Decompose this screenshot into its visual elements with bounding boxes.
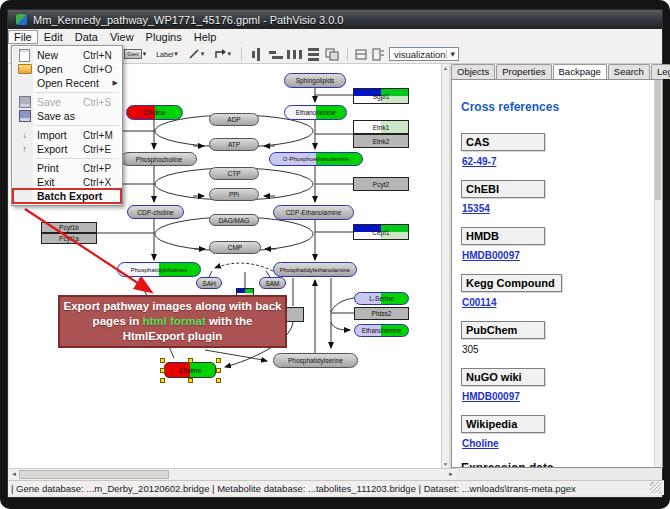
pathway-node-etnk1[interactable]: Etnk1 [353, 120, 409, 134]
align-center-icon[interactable] [249, 48, 264, 61]
backpage-panel: Cross references CAS 62-49-7 ChEBI 15354… [451, 79, 663, 468]
stack-icon[interactable] [325, 48, 340, 61]
scrollbar-thumb[interactable] [19, 470, 169, 479]
pathway-node-choline-selected[interactable]: Choline [164, 362, 216, 378]
pathway-node-ptdss2[interactable]: Ptdss2 [354, 307, 409, 320]
chevron-down-icon[interactable]: ▾ [201, 50, 205, 58]
chevron-down-icon[interactable]: ▾ [174, 50, 178, 58]
tab-search[interactable]: Search [608, 64, 650, 79]
xref-link[interactable]: Choline [462, 438, 652, 449]
tab-legend[interactable]: Legend [651, 64, 670, 79]
pathway-node-ppi[interactable]: PPi [209, 188, 259, 201]
new-label-button[interactable]: Label▾ [153, 48, 181, 60]
menu-help[interactable]: Help [188, 30, 223, 44]
pathway-node-sgpl1[interactable]: Sgpl1 [353, 88, 409, 104]
xref-link[interactable]: C00114 [462, 297, 652, 308]
distribute-vertical-icon[interactable] [306, 48, 321, 61]
visualization-combobox[interactable]: visualization▼ [389, 47, 459, 61]
pathway-node-hidden-gene-2[interactable] [284, 307, 304, 322]
menu-file[interactable]: File [8, 30, 38, 44]
new-line-button[interactable]: ▾ [185, 46, 208, 62]
file-menu-new[interactable]: New Ctrl+N [13, 48, 121, 62]
selection-handle[interactable] [160, 368, 165, 373]
canvas-horizontal-scrollbar[interactable]: ◄ ► [9, 468, 456, 480]
pathway-node-sphingolipids[interactable]: Sphingolipids [284, 73, 346, 88]
title-bar[interactable]: Mm_Kennedy_pathway_WP1771_45176.gpml - P… [8, 10, 662, 29]
pathway-node-o-phosphoethanolamine[interactable]: O-Phosphoethanolamine [269, 152, 363, 166]
file-menu-exit[interactable]: Exit Ctrl+X [13, 175, 121, 189]
export-icon: ↑ [22, 145, 27, 154]
distribute-horizontal-icon[interactable] [287, 48, 302, 61]
new-connector-button[interactable]: ▾ [211, 46, 234, 62]
new-gene-product-button[interactable]: Gen▾ [121, 47, 149, 61]
xref-link[interactable]: HMDB00097 [462, 250, 652, 261]
pathway-node-ethanolamine-2[interactable]: Ethanolamine [354, 324, 409, 337]
pathway-node-cept1[interactable]: Cept1 [353, 224, 409, 240]
file-menu-save[interactable]: Save Ctrl+S [13, 95, 121, 109]
section-header: CAS [461, 133, 545, 151]
menu-edit[interactable]: Edit [38, 30, 69, 44]
file-menu-open-recent[interactable]: Open Recent ▶ [13, 76, 121, 90]
resize-grip[interactable] [650, 482, 661, 493]
xref-link[interactable]: HMDB00097 [462, 391, 652, 402]
pathway-node-l-serine[interactable]: L-Serine [354, 292, 409, 305]
chevron-down-icon[interactable]: ▾ [143, 50, 147, 58]
common-bounds-icon[interactable] [355, 48, 368, 61]
pathway-node-sam[interactable]: SAM [259, 277, 286, 289]
scroll-right-icon[interactable]: ► [448, 471, 454, 477]
chevron-down-icon[interactable]: ▾ [227, 50, 231, 58]
pathway-node-atp[interactable]: ATP [209, 138, 259, 151]
file-menu-open[interactable]: Open Ctrl+O [13, 62, 121, 76]
pathway-node-choline[interactable]: Choline [126, 105, 183, 120]
text-format-icon[interactable] [372, 48, 385, 61]
pathway-node-cdp-ethanolamine[interactable]: CDP-Ethanolamine [273, 205, 354, 220]
pathway-node-dag-mag[interactable]: DAG/MAG [209, 214, 259, 226]
menu-plugins[interactable]: Plugins [140, 30, 188, 44]
pathway-node-cmp[interactable]: CMP [209, 241, 261, 254]
pathway-node-phosphatidylcholines[interactable]: Phosphatidylcholines [117, 262, 201, 277]
scrollbar-thumb[interactable] [655, 80, 661, 200]
pathway-node-phosphocholine[interactable]: Phosphocholine [121, 152, 197, 166]
pathway-node-phosphatidylserine[interactable]: Phosphatidylserine [273, 353, 358, 368]
file-menu-import[interactable]: ↓ Import Ctrl+M [13, 128, 121, 142]
section-header: NuGO wiki [461, 368, 545, 386]
pathway-node-pcyt1b[interactable]: Pcyt1b [41, 222, 97, 233]
section-header: PubChem [461, 321, 545, 339]
xref-link[interactable]: 62-49-7 [462, 156, 652, 167]
selection-handle[interactable] [216, 358, 221, 363]
tab-properties[interactable]: Properties [496, 64, 551, 79]
pathway-node-phosphatidylethanolamine[interactable]: Phosphatidylethanolamine [273, 262, 357, 277]
selection-handle[interactable] [188, 358, 193, 363]
backpage-section: CAS 62-49-7 [461, 132, 652, 167]
tab-objects[interactable]: Objects [451, 64, 495, 79]
pathway-node-sah[interactable]: SAH [196, 277, 222, 289]
pathway-node-etnk2[interactable]: Etnk2 [353, 134, 409, 148]
file-menu-export[interactable]: ↑ Export Ctrl+E [13, 142, 121, 156]
selection-handle[interactable] [216, 378, 221, 383]
file-menu-batch-export[interactable]: Batch Export [13, 189, 121, 203]
pathway-node-pcyt2[interactable]: Pcyt2 [353, 177, 409, 191]
scroll-down-icon[interactable]: ▼ [443, 461, 448, 467]
canvas-vertical-scrollbar[interactable]: ▲ ▼ [441, 64, 449, 468]
panel-vertical-scrollbar[interactable] [654, 80, 662, 467]
pathway-node-cdp-choline[interactable]: CDP-choline [127, 205, 184, 219]
pathway-node-ctp[interactable]: CTP [209, 167, 259, 180]
tab-backpage[interactable]: Backpage [553, 64, 607, 79]
menu-data[interactable]: Data [69, 30, 104, 44]
scroll-up-icon[interactable]: ▲ [443, 65, 448, 71]
pathway-node-adp[interactable]: ADP [209, 113, 259, 126]
file-menu-print[interactable]: Print Ctrl+P [13, 161, 121, 175]
pathway-node-pcyt1a[interactable]: Pcyt1a [41, 233, 97, 244]
xref-link[interactable]: 15354 [462, 203, 652, 214]
file-menu-save-as[interactable]: Save as [13, 109, 121, 123]
selection-handle[interactable] [216, 368, 221, 373]
chevron-down-icon[interactable]: ▼ [446, 50, 457, 59]
scroll-left-icon[interactable]: ◄ [11, 471, 17, 477]
selection-handle[interactable] [160, 378, 165, 383]
line-icon [188, 48, 200, 60]
selection-handle[interactable] [188, 378, 193, 383]
menu-view[interactable]: View [104, 30, 140, 44]
pathway-node-ethanolamine[interactable]: Ethanolamine [284, 105, 347, 120]
selection-handle[interactable] [160, 358, 165, 363]
align-middle-icon[interactable] [268, 48, 283, 61]
